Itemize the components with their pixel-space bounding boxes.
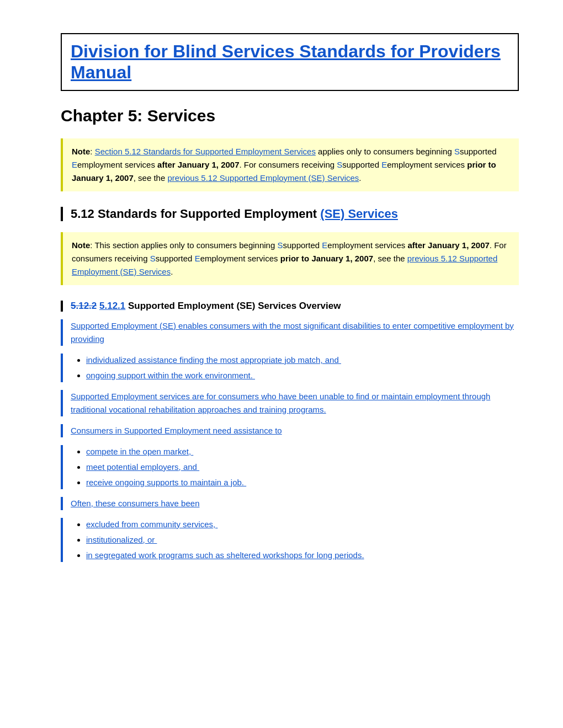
note1-s1: S [454,147,460,156]
note1-link2[interactable]: previous 5.12 Supported Employment (SE) … [167,173,359,183]
main-title-box: Division for Blind Services Standards fo… [61,33,519,91]
note1-s2: S [337,160,342,169]
subsection-title: 5.12.2 5.12.1 Supported Employment (SE) … [71,301,519,312]
list-item: individualized assistance finding the mo… [86,354,519,367]
list-item: excluded from community services, [86,518,519,531]
subsection-strike-link[interactable]: 5.12.2 [71,301,97,311]
para3-link[interactable]: Consumers in Supported Employment need a… [71,426,282,435]
section-512-link[interactable]: (SE) Services [320,207,398,221]
note-label-1: Note [72,147,90,156]
note2-s1: S [277,240,283,250]
list-item: institutionalized, or [86,533,519,547]
list-item: meet potential employers, and [86,461,519,474]
chapter-heading: Chapter 5: Services [61,106,519,125]
subsection-header: 5.12.2 5.12.1 Supported Employment (SE) … [61,301,519,312]
bullet2-item3-link[interactable]: receive ongoing supports to maintain a j… [86,478,246,487]
list-item: compete in the open market, [86,445,519,458]
note-label-2: Note [72,240,90,250]
note2-e2: E [195,254,200,263]
note2-e1: E [322,240,327,250]
note1-e1: E [72,160,77,169]
bullet3-item1-link[interactable]: excluded from community services, [86,520,217,529]
bullet-list-1: individualized assistance finding the mo… [61,354,519,382]
list-item: in segregated work programs such as shel… [86,549,519,562]
section-512-title: 5.12 Standards for Supported Employment … [71,207,519,221]
bullet-list-2: compete in the open market, meet potenti… [61,445,519,489]
list-item: receive ongoing supports to maintain a j… [86,476,519,489]
bullet3-item3-link[interactable]: in segregated work programs such as shel… [86,550,364,560]
note1-e2: E [381,160,387,169]
note-box-2: Note: This section applies only to consu… [61,232,519,285]
section-512-header: 5.12 Standards for Supported Employment … [61,207,519,221]
para1-link[interactable]: Supported Employment (SE) enables consum… [71,321,514,344]
note1-link1[interactable]: Section 5.12 Standards for Supported Emp… [95,147,316,156]
note2-s2: S [150,254,156,263]
bullet2-item2-link[interactable]: meet potential employers, and [86,462,199,472]
list-item: ongoing support within the work environm… [86,369,519,382]
note-box-1: Note: Section 5.12 Standards for Support… [61,138,519,191]
bullet1-item2-link[interactable]: ongoing support within the work environm… [86,371,255,380]
subsection-normal-link[interactable]: 5.12.1 [99,301,125,311]
bullet-list-3: excluded from community services, instit… [61,518,519,562]
main-title-text: Division for Blind Services Standards fo… [71,41,501,82]
bullet2-item1-link[interactable]: compete in the open market, [86,447,193,456]
main-title-link[interactable]: Division for Blind Services Standards fo… [71,41,501,82]
para2-block: Supported Employment services are for co… [61,390,519,416]
para4-link[interactable]: Often, these consumers have been [71,499,199,508]
para4-block: Often, these consumers have been [61,497,519,510]
para1-block: Supported Employment (SE) enables consum… [61,319,519,346]
para3-block: Consumers in Supported Employment need a… [61,424,519,437]
bullet3-item2-link[interactable]: institutionalized, or [86,535,157,544]
para2-link[interactable]: Supported Employment services are for co… [71,392,490,414]
bullet1-item1-link[interactable]: individualized assistance finding the mo… [86,355,341,365]
